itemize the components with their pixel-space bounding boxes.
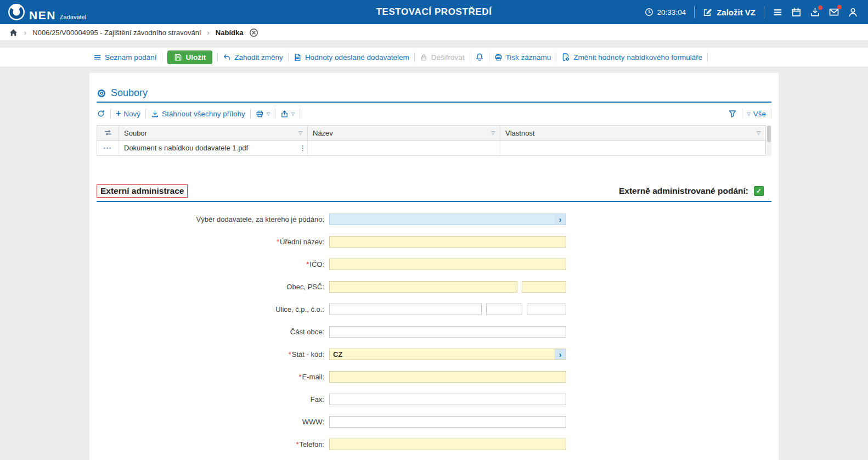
divider [414, 52, 415, 62]
print-record-button[interactable]: Tisk záznamu [494, 53, 551, 61]
filter-caret-icon[interactable]: ▽ [491, 130, 495, 136]
save-button[interactable]: Uložit [167, 51, 213, 64]
breadcrumb-separator-icon: › [207, 29, 210, 37]
column-header-nazev[interactable]: Název ▽ [308, 126, 500, 141]
ico-input[interactable] [329, 259, 566, 270]
notification-badge [837, 5, 842, 9]
menu-icon[interactable] [773, 7, 783, 18]
form-row-ico: *IČO: [97, 259, 771, 270]
www-input[interactable] [329, 416, 566, 428]
divider [470, 52, 470, 62]
external-section-title: Externí administrace [97, 184, 188, 198]
top-bar: NEN Zadavatel TESTOVACÍ PROSTŘEDÍ 20:33:… [0, 0, 868, 24]
column-chooser-icon [104, 128, 112, 137]
row-menu-cell: ••• [97, 141, 119, 156]
field-label: Fax: [311, 395, 324, 403]
change-form-values-button[interactable]: Změnit hodnoty nabídkového formuláře [561, 53, 702, 61]
divider [250, 109, 251, 119]
cp-input[interactable] [486, 304, 522, 315]
caret-down-icon: ▽ [291, 111, 295, 116]
nen-logo[interactable]: NEN Zadavatel [8, 3, 86, 21]
required-marker: * [298, 373, 301, 381]
discard-changes-button[interactable]: Zahodit změny [223, 53, 283, 61]
printer-icon [494, 53, 503, 61]
decrypt-button: Dešifrovat [420, 53, 465, 61]
required-marker: * [277, 238, 279, 246]
close-tab-icon[interactable] [249, 28, 258, 37]
home-icon[interactable] [9, 28, 18, 37]
share-icon [280, 110, 289, 118]
cell-nazev [308, 141, 500, 156]
column-header-vlastnost[interactable]: Vlastnost ▽ [500, 126, 765, 141]
export-files-button[interactable]: ▽ [280, 110, 295, 118]
field-label: Úřední název: [280, 238, 324, 246]
divider [110, 109, 111, 119]
ulice-input[interactable] [329, 304, 482, 315]
filter-icon[interactable] [728, 109, 737, 118]
table-scrollbar[interactable] [766, 125, 771, 156]
download-all-attachments-button[interactable]: Stáhnout všechny přílohy [151, 110, 245, 118]
files-table: Soubor ▽ Název ▽ Vlastnost ▽ ••• [97, 125, 771, 156]
calendar-icon[interactable] [791, 7, 802, 18]
external-flag-checkbox[interactable]: ✓ [754, 186, 764, 196]
column-chooser-button[interactable] [97, 126, 119, 141]
compose-icon [703, 8, 712, 17]
table-header-row: Soubor ▽ Název ▽ Vlastnost ▽ [97, 126, 765, 141]
telefon-input[interactable] [329, 439, 566, 450]
clock: 20:33:04 [645, 8, 686, 16]
cast-obce-input[interactable] [329, 326, 566, 338]
new-file-button[interactable]: + Nový [116, 109, 140, 118]
caret-down-icon: ▽ [267, 111, 270, 116]
divider [771, 109, 771, 119]
cell-soubor: Dokument s nabídkou dodavatele 1.pdf ⋮ [119, 141, 308, 156]
files-section-header: Soubory [97, 87, 771, 103]
column-header-soubor[interactable]: Soubor ▽ [119, 126, 308, 141]
refresh-icon[interactable] [97, 109, 105, 118]
email-input[interactable] [329, 371, 566, 383]
row-menu-icon[interactable]: ••• [104, 145, 112, 151]
create-vz-button[interactable]: Založit VZ [703, 8, 756, 17]
supplier-select-input[interactable] [329, 214, 566, 225]
files-toolbar-right: ▽ Vše [728, 109, 771, 119]
breadcrumb-current-tab[interactable]: Nabídka [216, 29, 244, 37]
clock-time: 20:33:04 [657, 8, 686, 16]
supplier-lookup-button[interactable]: › [555, 214, 566, 225]
required-marker: * [289, 350, 291, 358]
form-row-fax: Fax: [97, 394, 771, 405]
psc-input[interactable] [522, 281, 566, 293]
form-row-ulice: Ulice, č.p., č.o.: [97, 304, 771, 315]
filter-caret-icon[interactable]: ▽ [298, 130, 302, 136]
official-name-input[interactable] [329, 236, 566, 248]
divider [556, 52, 556, 62]
field-label: Výběr dodavatele, za kterého je podáno: [196, 215, 324, 223]
user-icon[interactable] [848, 7, 858, 18]
required-marker: * [296, 440, 298, 448]
document-icon [294, 53, 302, 61]
form-row-supplier: Výběr dodavatele, za kterého je podáno: … [97, 214, 771, 225]
filter-caret-icon[interactable]: ▽ [757, 130, 760, 136]
stat-lookup-button[interactable]: › [555, 349, 566, 360]
print-files-button[interactable]: ▽ [256, 110, 270, 118]
list-icon [93, 53, 102, 61]
scrollbar-thumb[interactable] [767, 126, 771, 142]
downloads-button[interactable] [810, 7, 820, 18]
co-input[interactable] [527, 304, 566, 315]
messages-button[interactable] [828, 7, 839, 18]
file-name[interactable]: Dokument s nabídkou dodavatele 1.pdf [124, 144, 248, 152]
files-section-icon [97, 88, 106, 98]
watch-record-button[interactable] [475, 53, 484, 61]
form-row-obec-psc: Obec, PSČ: [97, 281, 771, 293]
divider [275, 109, 275, 119]
breadcrumb-separator-icon: › [24, 29, 26, 37]
supplier-submitted-values-button[interactable]: Hodnoty odeslané dodavatelem [294, 53, 409, 61]
drag-handle-icon[interactable]: ⋮ [299, 144, 306, 152]
list-of-submissions-button[interactable]: Seznam podání [93, 53, 157, 61]
stat-kod-input[interactable] [329, 349, 566, 360]
lock-icon [420, 53, 428, 61]
table-row[interactable]: ••• Dokument s nabídkou dodavatele 1.pdf… [97, 141, 765, 156]
fax-input[interactable] [329, 394, 566, 405]
divider [489, 52, 489, 62]
breadcrumb-contract[interactable]: N006/25/V00004995 - Zajištění závodního … [32, 29, 201, 37]
view-all-dropdown[interactable]: ▽ Vše [747, 110, 766, 118]
obec-input[interactable] [329, 281, 517, 293]
